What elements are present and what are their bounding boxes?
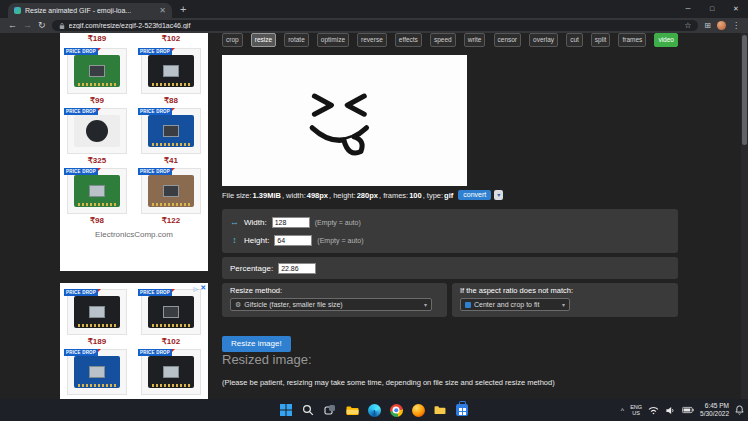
tool-cut[interactable]: cut — [566, 33, 583, 47]
width-input[interactable] — [272, 217, 310, 228]
tool-resize[interactable]: resize — [251, 33, 276, 47]
tool-speed[interactable]: speed — [430, 33, 456, 47]
ad-product[interactable]: PRICE DROP ₹102 — [137, 289, 205, 346]
page-scrollbar[interactable] — [741, 33, 748, 399]
tool-rotate[interactable]: rotate — [284, 33, 309, 47]
ad-product[interactable]: PRICE DROP ₹41 — [137, 108, 205, 165]
price-drop-badge: PRICE DROP — [64, 289, 98, 296]
ad-block-top[interactable]: ₹189 ₹102 PRICE DROP ₹99 PRICE DROP ₹88 … — [60, 33, 208, 271]
battery-icon[interactable] — [682, 406, 694, 414]
taskbar-store-button[interactable] — [455, 403, 469, 417]
product-price: ₹98 — [63, 216, 131, 225]
taskbar-search-button[interactable] — [301, 403, 315, 417]
convert-options-button[interactable]: ▾ — [494, 190, 503, 200]
ad-row: PRICE DROP ₹325 PRICE DROP ₹41 — [60, 108, 208, 165]
ad-product[interactable]: PRICE DROP — [63, 349, 131, 395]
ad-block-bottom[interactable]: ▷ ✕ PRICE DROP ₹189 PRICE DROP ₹102 PRIC… — [60, 283, 208, 399]
adchoices-icon[interactable]: ▷ — [194, 285, 199, 292]
windows-taskbar: ^ ENG US 6:45 PM 5/30/2022 — [0, 399, 748, 421]
new-tab-button[interactable]: + — [180, 2, 186, 16]
width-row: ↔ Width: (Empty = auto) — [230, 213, 670, 231]
tool-optimize[interactable]: optimize — [317, 33, 349, 47]
tool-write[interactable]: write — [464, 33, 486, 47]
tool-overlay[interactable]: overlay — [529, 33, 558, 47]
product-price: ₹102 — [134, 34, 208, 45]
firefox-icon — [412, 404, 425, 417]
file-info-line: File size: 1.39MiB , width: 498px , heig… — [222, 190, 678, 200]
window-close-button[interactable]: ✕ — [724, 0, 748, 18]
taskbar-taskview-button[interactable] — [323, 403, 337, 417]
volume-icon[interactable] — [665, 406, 676, 415]
tool-split[interactable]: split — [591, 33, 611, 47]
price-drop-badge: PRICE DROP — [138, 48, 172, 55]
extensions-icon[interactable]: ⊞ — [704, 21, 711, 30]
ad-row: PRICE DROP ₹99 PRICE DROP ₹88 — [60, 48, 208, 105]
window-maximize-button[interactable]: □ — [700, 0, 724, 18]
product-price: ₹41 — [137, 156, 205, 165]
scrollbar-thumb[interactable] — [742, 35, 747, 145]
notification-bell-icon[interactable] — [735, 405, 744, 415]
tray-chevron-icon[interactable]: ^ — [621, 407, 624, 414]
bookmark-star-icon[interactable]: ☆ — [684, 21, 691, 30]
file-height-value: 280px — [357, 191, 378, 200]
address-bar[interactable]: ezgif.com/resize/ezgif-2-523fd1ac46.gif … — [52, 20, 699, 31]
system-tray: ^ ENG US 6:45 PM 5/30/2022 — [621, 399, 744, 421]
price-drop-badge: PRICE DROP — [138, 289, 172, 296]
back-button[interactable]: ← — [8, 18, 17, 33]
ad-product[interactable]: PRICE DROP ₹122 — [137, 168, 205, 225]
width-arrows-icon: ↔ — [230, 217, 239, 227]
reload-button[interactable]: ↻ — [38, 18, 46, 33]
task-view-icon — [324, 404, 336, 416]
taskbar-folder-button[interactable] — [433, 403, 447, 417]
resize-image-button[interactable]: Resize image! — [222, 336, 291, 352]
taskbar-chrome-button[interactable] — [389, 403, 403, 417]
wifi-icon[interactable] — [648, 406, 659, 415]
ad-product[interactable]: PRICE DROP ₹189 — [63, 289, 131, 346]
convert-button[interactable]: convert — [458, 190, 491, 200]
tab-title: Resize animated GIF - emoji-loa... — [25, 7, 155, 14]
edge-icon — [368, 404, 381, 417]
ad-close-icon[interactable]: ✕ — [200, 284, 206, 292]
aspect-ratio-label: If the aspect ratio does not match: — [460, 286, 670, 295]
browser-menu-button[interactable]: ⋮ — [732, 21, 740, 30]
product-price: ₹325 — [63, 156, 131, 165]
tool-reverse[interactable]: reverse — [357, 33, 387, 47]
resize-method-select[interactable]: ⚙ Gifsicle (faster, smaller file size) ▾ — [230, 298, 432, 311]
aspect-ratio-select[interactable]: Center and crop to fit ▾ — [460, 298, 570, 311]
browser-tab[interactable]: Resize animated GIF - emoji-loa... ✕ — [8, 3, 172, 18]
tool-frames[interactable]: frames — [618, 33, 646, 47]
url-text: ezgif.com/resize/ezgif-2-523fd1ac46.gif — [69, 22, 681, 29]
file-info-label: File size: — [222, 191, 252, 200]
ad-product[interactable]: PRICE DROP ₹88 — [137, 48, 205, 105]
ad-product[interactable]: PRICE DROP ₹98 — [63, 168, 131, 225]
tool-censor[interactable]: censor — [494, 33, 522, 47]
tool-video[interactable]: video — [654, 33, 678, 47]
dimensions-panel: ↔ Width: (Empty = auto) ↕ Height: (Empty… — [222, 209, 678, 253]
tool-effects[interactable]: effects — [395, 33, 422, 47]
ad-product[interactable]: PRICE DROP — [137, 349, 205, 395]
advertiser-name: ElectronicsComp.com — [60, 230, 208, 239]
crop-mode-icon — [465, 302, 471, 308]
taskbar-explorer-button[interactable] — [345, 403, 359, 417]
tool-crop[interactable]: crop — [222, 33, 243, 47]
ad-product[interactable]: PRICE DROP ₹99 — [63, 48, 131, 105]
taskbar-clock[interactable]: 6:45 PM 5/30/2022 — [700, 402, 729, 418]
taskbar-firefox-button[interactable] — [411, 403, 425, 417]
browser-address-bar-row: ← → ↻ ezgif.com/resize/ezgif-2-523fd1ac4… — [0, 18, 748, 33]
gear-icon: ⚙ — [235, 301, 241, 309]
height-label: Height: — [244, 236, 269, 245]
taskbar-edge-button[interactable] — [367, 403, 381, 417]
tab-close-icon[interactable]: ✕ — [159, 6, 166, 15]
language-indicator[interactable]: ENG US — [630, 404, 642, 417]
ad-product[interactable]: PRICE DROP ₹325 — [63, 108, 131, 165]
price-drop-badge: PRICE DROP — [64, 349, 98, 356]
window-minimize-button[interactable]: ─ — [676, 0, 700, 18]
profile-avatar[interactable] — [717, 21, 726, 30]
forward-button[interactable]: → — [23, 18, 32, 33]
height-input[interactable] — [274, 235, 312, 246]
percentage-input[interactable] — [278, 263, 316, 274]
taskbar-start-button[interactable] — [279, 403, 293, 417]
browser-tab-strip: Resize animated GIF - emoji-loa... ✕ + ─… — [0, 0, 748, 18]
product-price: ₹122 — [137, 216, 205, 225]
product-price: ₹99 — [63, 96, 131, 105]
